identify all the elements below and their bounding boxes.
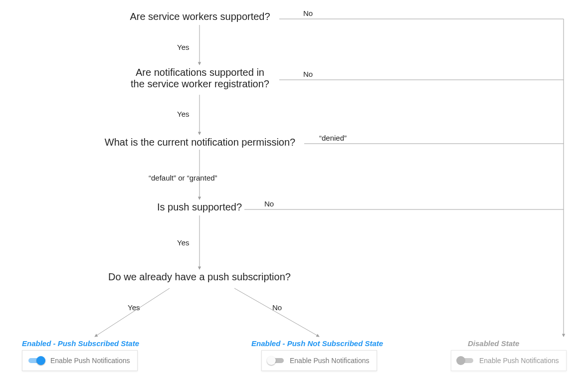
answer-yes-q4: Yes	[177, 238, 189, 247]
state-title-not-subscribed: Enabled - Push Not Subscribed State	[251, 339, 383, 348]
answer-default-or-granted: “default” or “granted”	[149, 174, 217, 182]
state-label-not-subscribed: Enable Push Notifications	[290, 357, 370, 365]
question-notifications-supported: Are notifications supported in the servi…	[118, 67, 282, 90]
answer-no-q4: No	[264, 199, 274, 208]
switch-off-icon	[267, 356, 285, 366]
state-label-subscribed: Enable Push Notifications	[50, 357, 130, 365]
question-service-workers: Are service workers supported?	[118, 11, 282, 22]
answer-yes-q2: Yes	[177, 110, 189, 118]
state-card-subscribed: Enable Push Notifications	[22, 350, 138, 371]
question-push-supported: Is push supported?	[155, 201, 244, 213]
answer-no-q1: No	[303, 9, 313, 17]
answer-no-q2: No	[303, 70, 313, 78]
state-card-disabled: Enable Push Notifications	[451, 350, 567, 371]
answer-yes-q1: Yes	[177, 43, 189, 51]
switch-on-icon	[27, 356, 45, 366]
answer-denied: “denied”	[319, 134, 347, 142]
flow-lines	[0, 0, 588, 387]
state-card-not-subscribed: Enable Push Notifications	[261, 350, 377, 371]
switch-disabled-icon	[456, 356, 474, 366]
svg-line-9	[234, 288, 319, 337]
state-title-disabled: Disabled State	[468, 339, 519, 348]
state-label-disabled: Enable Push Notifications	[479, 357, 559, 365]
question-have-subscription: Do we already have a push subscription?	[100, 271, 299, 283]
question-permission: What is the current notification permiss…	[93, 137, 307, 148]
state-title-subscribed: Enabled - Push Subscribed State	[22, 339, 139, 348]
answer-no-q5: No	[272, 303, 282, 312]
answer-yes-q5: Yes	[128, 303, 140, 312]
svg-line-8	[95, 288, 170, 337]
